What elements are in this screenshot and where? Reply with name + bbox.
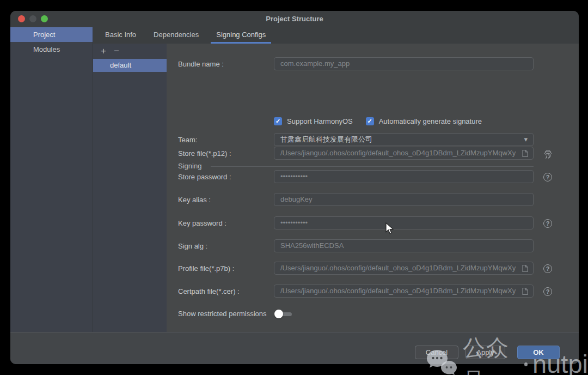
support-harmonyos-label: Support HarmonyOS <box>287 117 353 125</box>
store-password-row: Store password : ••••••••••• ? <box>167 170 579 184</box>
sidebar-item-project[interactable]: Project <box>10 27 93 42</box>
support-harmonyos-checkbox[interactable] <box>274 117 282 125</box>
certpath-file-input[interactable]: /Users/jianguo/.ohos/config/default_ohos… <box>274 285 534 298</box>
auto-generate-signature-checkbox[interactable] <box>366 117 374 125</box>
show-restricted-permissions-toggle[interactable] <box>274 310 293 318</box>
project-structure-dialog: Project Structure Basic Info Dependencie… <box>10 11 579 364</box>
section-divider-line <box>211 166 534 167</box>
titlebar: Project Structure <box>10 11 579 28</box>
browse-file-icon[interactable] <box>521 264 529 275</box>
signing-configs-form: Bundle name : com.example.my_app Support… <box>167 44 579 332</box>
tab-basic-info[interactable]: Basic Info <box>100 27 142 44</box>
config-list-toolbar: + − <box>93 44 167 59</box>
sign-alg-input[interactable]: SHA256withECDSA <box>274 239 534 252</box>
tab-bar: Basic Info Dependencies Signing Configs <box>93 27 579 44</box>
team-label: Team: <box>178 133 197 147</box>
key-password-label: Key password : <box>178 216 226 231</box>
tab-signing-configs[interactable]: Signing Configs <box>211 27 271 44</box>
profile-file-row: Profile file(*.p7b) : /Users/jianguo/.oh… <box>167 262 579 276</box>
auto-generate-signature-label: Automatically generate signature <box>379 117 482 125</box>
store-password-input[interactable]: ••••••••••• <box>274 170 534 183</box>
key-alias-input[interactable]: debugKey <box>274 193 534 206</box>
browse-file-icon[interactable] <box>521 287 529 298</box>
help-icon[interactable]: ? <box>541 171 554 184</box>
show-restricted-permissions-row: Show restricted permissions <box>167 309 579 319</box>
fingerprint-icon <box>541 147 554 160</box>
checkbox-row: Support HarmonyOS Automatically generate… <box>274 116 482 126</box>
store-file-input[interactable]: /Users/jianguo/.ohos/config/default_ohos… <box>274 147 534 160</box>
help-icon[interactable]: ? <box>541 217 554 230</box>
certpath-file-label: Certpath file(*.cer) : <box>178 285 240 299</box>
profile-file-input[interactable]: /Users/jianguo/.ohos/config/default_ohos… <box>274 262 534 275</box>
store-file-label: Store file(*.p12) : <box>178 147 231 161</box>
apply-button[interactable]: Apply <box>465 346 505 359</box>
key-password-input[interactable]: ••••••••••• <box>274 216 534 229</box>
sign-alg-label: Sign alg : <box>178 239 207 253</box>
remove-config-button[interactable]: − <box>114 44 119 59</box>
store-file-row: Store file(*.p12) : /Users/jianguo/.ohos… <box>167 147 579 161</box>
bundle-name-label: Bundle name : <box>178 57 224 71</box>
show-restricted-permissions-label: Show restricted permissions <box>178 309 267 319</box>
toggle-knob[interactable] <box>274 310 283 318</box>
help-icon[interactable]: ? <box>541 262 554 275</box>
sidebar: Project Modules <box>10 27 93 332</box>
config-item-default[interactable]: default <box>93 59 167 72</box>
profile-file-label: Profile file(*.p7b) : <box>178 262 234 276</box>
sidebar-item-modules[interactable]: Modules <box>10 42 93 57</box>
browse-file-icon[interactable] <box>521 149 529 160</box>
help-icon[interactable]: ? <box>541 285 554 298</box>
ok-button[interactable]: OK <box>517 346 560 359</box>
store-password-label: Store password : <box>178 170 231 184</box>
key-alias-row: Key alias : debugKey <box>167 193 579 207</box>
key-password-row: Key password : ••••••••••• ? <box>167 216 579 231</box>
window-title: Project Structure <box>10 11 579 27</box>
add-config-button[interactable]: + <box>101 44 106 59</box>
cancel-button[interactable]: Cancel <box>415 346 458 359</box>
bundle-name-input[interactable]: com.example.my_app <box>274 57 534 70</box>
signing-config-list-panel: + − default <box>93 44 167 332</box>
footer: Cancel Apply OK <box>10 332 579 364</box>
sign-alg-row: Sign alg : SHA256withECDSA <box>167 239 579 253</box>
tab-dependencies[interactable]: Dependencies <box>148 27 204 44</box>
bundle-name-row: Bundle name : com.example.my_app <box>167 57 579 71</box>
key-alias-label: Key alias : <box>178 193 211 207</box>
certpath-file-row: Certpath file(*.cer) : /Users/jianguo/.o… <box>167 285 579 299</box>
team-select[interactable]: 甘肃鑫启航科技发展有限公司 <box>274 133 534 146</box>
team-row: Team: 甘肃鑫启航科技发展有限公司 <box>167 133 579 147</box>
